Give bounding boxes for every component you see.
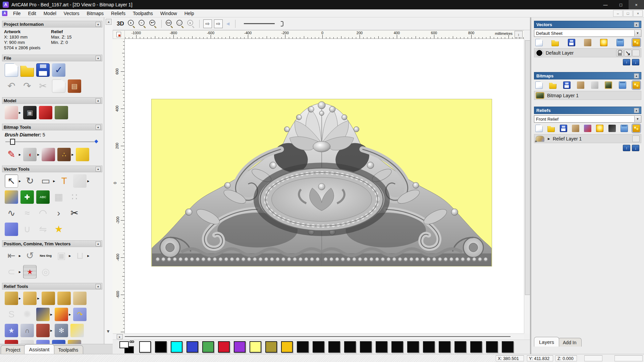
bitmap-layer-row[interactable]: Bitmap Layer 1 xyxy=(534,91,641,100)
layer-colour-swatch[interactable] xyxy=(536,49,543,57)
calculate-relief-icon[interactable] xyxy=(5,292,18,305)
snap-to-layer-icon[interactable]: ↘ xyxy=(624,50,632,56)
palette-swatch[interactable] xyxy=(423,341,435,353)
stack-reliefs-icon[interactable] xyxy=(584,125,591,132)
palette-swatch[interactable] xyxy=(171,341,182,353)
flyout-arrow-icon[interactable]: ▶ xyxy=(53,180,55,183)
menu-item-window[interactable]: Window xyxy=(157,9,181,17)
tab-toolpaths[interactable]: Toolpaths xyxy=(53,345,83,354)
collapse-section-button[interactable]: ▲ xyxy=(96,56,101,61)
scroll-down-icon[interactable]: ▼ xyxy=(106,329,110,334)
transform-vectors-icon[interactable]: ↻ xyxy=(23,174,37,188)
load-reference-image-icon[interactable] xyxy=(55,106,68,119)
collapse-section-button[interactable]: ▲ xyxy=(96,125,101,130)
collapse-section-button[interactable]: ▲ xyxy=(96,284,101,289)
nesting-icon[interactable]: Nes ting xyxy=(39,249,52,262)
save-bitmap-layer-icon[interactable] xyxy=(563,81,571,89)
interactive-sculpting-icon[interactable] xyxy=(5,340,18,344)
tab-add-in[interactable]: Add In xyxy=(558,338,581,347)
zoom-previous-icon[interactable]: ↩ xyxy=(149,19,158,28)
shape-editor-icon[interactable]: ★ xyxy=(5,324,18,337)
all-bitmaps-on-icon[interactable] xyxy=(633,81,640,89)
paste-icon[interactable]: ▤ xyxy=(68,79,81,93)
create-polyline-icon[interactable]: ∿ xyxy=(5,206,18,220)
flyout-arrow-icon[interactable]: ▶ xyxy=(69,313,71,316)
save-vector-layer-icon[interactable] xyxy=(568,39,575,46)
palette-swatch[interactable] xyxy=(202,341,214,353)
tab-layers[interactable]: Layers xyxy=(534,337,559,347)
menu-item-toolpaths[interactable]: Toolpaths xyxy=(129,9,157,17)
create-text-abc-icon[interactable]: ABC xyxy=(36,190,50,204)
move-layer-down-button[interactable]: ↓ xyxy=(632,145,639,151)
toggle-layer-visibility-icon[interactable] xyxy=(600,39,607,46)
clear-bitmap-layer-icon[interactable] xyxy=(591,81,598,89)
move-layer-up-button[interactable]: ↑ xyxy=(623,59,630,65)
chevron-down-icon[interactable]: ▼ xyxy=(634,116,641,122)
hscroll-thumb[interactable] xyxy=(125,336,511,337)
flyout-arrow-icon[interactable]: ▶ xyxy=(50,329,52,332)
adjust-model-icon[interactable]: ▣ xyxy=(23,106,37,119)
set-model-size-icon[interactable] xyxy=(5,106,18,119)
palette-swatch[interactable] xyxy=(344,341,356,353)
relief-layer-row[interactable]: ▶ Relief Layer 1 xyxy=(534,134,641,143)
new-model-icon[interactable] xyxy=(5,63,18,77)
node-editing-icon[interactable]: ✚ xyxy=(20,190,34,204)
artwork-bitmap[interactable] xyxy=(151,99,492,266)
palette-swatch[interactable] xyxy=(391,341,403,353)
ruler-units-dropdown[interactable]: ↕ xyxy=(515,31,523,38)
menu-item-help[interactable]: Help xyxy=(181,9,198,17)
merge-relief-layers-icon[interactable] xyxy=(572,125,579,132)
palette-icon[interactable]: ∴ xyxy=(57,148,71,161)
palette-swatch[interactable] xyxy=(234,341,246,353)
flyout-arrow-icon[interactable]: ▶ xyxy=(19,180,21,183)
flyout-arrow-icon[interactable]: ▶ xyxy=(71,153,73,156)
bitmap-preview-icon[interactable] xyxy=(605,81,612,89)
canvas-horizontal-scrollbar[interactable]: ▸ xyxy=(113,334,524,340)
flyout-arrow-icon[interactable]: ▶ xyxy=(87,254,89,257)
add-dome-relief-icon[interactable] xyxy=(36,340,50,344)
relief-bulb-page-icon[interactable] xyxy=(596,125,603,132)
create-shape-icon[interactable] xyxy=(23,292,37,305)
fillet-corner-icon[interactable]: › xyxy=(52,206,65,220)
constrain-relief-icon[interactable]: ∩ xyxy=(20,324,34,337)
link-colours-icon[interactable] xyxy=(129,341,135,344)
flyout-arrow-icon[interactable]: ▶ xyxy=(37,153,39,156)
measure-icon[interactable] xyxy=(5,190,18,204)
palette-swatch[interactable] xyxy=(328,341,340,353)
flood-fill-icon[interactable]: ◖ xyxy=(23,148,37,161)
relief-layer-bulb-icon[interactable] xyxy=(632,135,640,142)
save-model-icon[interactable] xyxy=(36,63,50,77)
child-close-button[interactable]: × xyxy=(633,10,643,17)
collapse-section-button[interactable]: ▲ xyxy=(96,22,101,27)
expand-layer-icon[interactable]: ▶ xyxy=(548,137,550,140)
zoom-in-icon[interactable]: + xyxy=(127,19,136,28)
collapse-section-button[interactable]: ▲ xyxy=(96,241,101,246)
collapse-section-button[interactable]: ▲ xyxy=(96,98,101,103)
view-3d-button[interactable]: 3D xyxy=(115,20,125,28)
palette-swatch[interactable] xyxy=(186,341,198,353)
model-lighting-icon[interactable] xyxy=(39,106,52,119)
primary-colour[interactable] xyxy=(119,341,129,348)
flyout-arrow-icon[interactable]: ▶ xyxy=(19,254,21,257)
flyout-arrow-icon[interactable]: ▶ xyxy=(69,254,71,257)
colour-picker-icon[interactable] xyxy=(42,148,55,161)
menu-item-edit[interactable]: Edit xyxy=(24,9,40,17)
primary-secondary-colour-swatch[interactable] xyxy=(119,341,137,354)
text-on-curve-icon[interactable]: ↺ xyxy=(23,249,37,262)
create-rectangle-icon[interactable]: ▭ xyxy=(39,174,52,188)
palette-swatch[interactable] xyxy=(265,341,277,353)
redo-icon[interactable]: ↷ xyxy=(20,79,34,93)
2d-view-canvas[interactable] xyxy=(125,39,524,334)
move-layer-up-button[interactable]: ↑ xyxy=(623,145,630,151)
zoom-fit-icon[interactable]: ▭ xyxy=(165,19,174,28)
vector-layer-row[interactable]: Default Layer ↘ xyxy=(534,48,641,57)
open-bitmap-layer-icon[interactable] xyxy=(549,81,556,89)
select-vectors-icon[interactable]: ↖ xyxy=(5,174,18,188)
close-button[interactable]: × xyxy=(629,0,644,9)
trim-vectors-icon[interactable]: ✂ xyxy=(68,206,81,220)
palette-swatch[interactable] xyxy=(155,341,167,353)
texture-relief-icon[interactable]: ✻ xyxy=(55,324,68,337)
delete-vector-layer-icon[interactable] xyxy=(616,39,624,46)
palette-swatch[interactable] xyxy=(218,341,230,353)
collapse-section-button[interactable]: ▲ xyxy=(634,22,639,27)
